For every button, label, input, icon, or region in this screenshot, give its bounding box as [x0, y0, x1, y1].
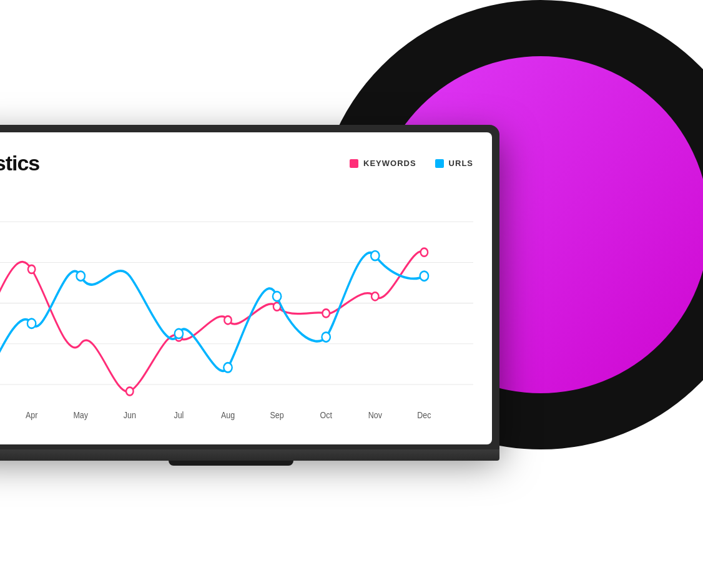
dot-urls-oct	[322, 332, 330, 341]
laptop-screen: tistics KEYWORDS URLS	[0, 132, 492, 444]
chart-header: tistics KEYWORDS URLS	[0, 151, 473, 175]
chart-area: Mar Apr May Jun Jul Aug Sep Oct Nov Dec	[0, 188, 473, 432]
urls-legend-icon	[435, 159, 444, 168]
x-label-sep: Sep	[270, 411, 284, 421]
x-label-nov: Nov	[368, 411, 382, 421]
keywords-line	[0, 252, 424, 392]
urls-line	[0, 253, 424, 385]
laptop-body: tistics KEYWORDS URLS	[0, 125, 499, 461]
dot-keywords-apr	[28, 265, 36, 273]
dot-urls-jul	[175, 329, 183, 338]
chart-title: tistics	[0, 151, 39, 175]
legend-keywords: KEYWORDS	[350, 159, 416, 168]
dot-keywords-dec	[421, 248, 428, 257]
dot-urls-sep	[273, 292, 281, 301]
chart-svg: Mar Apr May Jun Jul Aug Sep Oct Nov Dec	[0, 188, 473, 432]
x-label-aug: Aug	[221, 411, 235, 421]
dot-urls-apr	[27, 319, 36, 328]
dot-keywords-nov	[371, 292, 379, 300]
urls-legend-label: URLS	[449, 159, 473, 168]
x-label-apr: Apr	[26, 411, 38, 421]
dot-urls-may	[76, 272, 84, 281]
laptop-mockup: tistics KEYWORDS URLS	[0, 125, 524, 461]
laptop-base	[0, 449, 499, 461]
x-label-may: May	[73, 411, 88, 421]
legend-urls: URLS	[435, 159, 473, 168]
dot-urls-dec	[420, 272, 428, 281]
x-label-jun: Jun	[124, 411, 136, 421]
dot-urls-aug	[224, 363, 232, 372]
x-label-oct: Oct	[320, 411, 333, 421]
dot-keywords-jun	[126, 387, 134, 395]
keywords-legend-icon	[350, 159, 358, 168]
dot-keywords-oct	[322, 309, 330, 317]
dot-keywords-aug	[224, 316, 232, 324]
laptop-screen-bezel: tistics KEYWORDS URLS	[0, 125, 499, 449]
chart-container: tistics KEYWORDS URLS	[0, 132, 492, 444]
keywords-legend-label: KEYWORDS	[363, 159, 416, 168]
dot-urls-nov	[371, 251, 379, 260]
chart-legend: KEYWORDS URLS	[350, 159, 473, 168]
x-label-jul: Jul	[174, 411, 184, 421]
x-label-dec: Dec	[417, 411, 431, 421]
